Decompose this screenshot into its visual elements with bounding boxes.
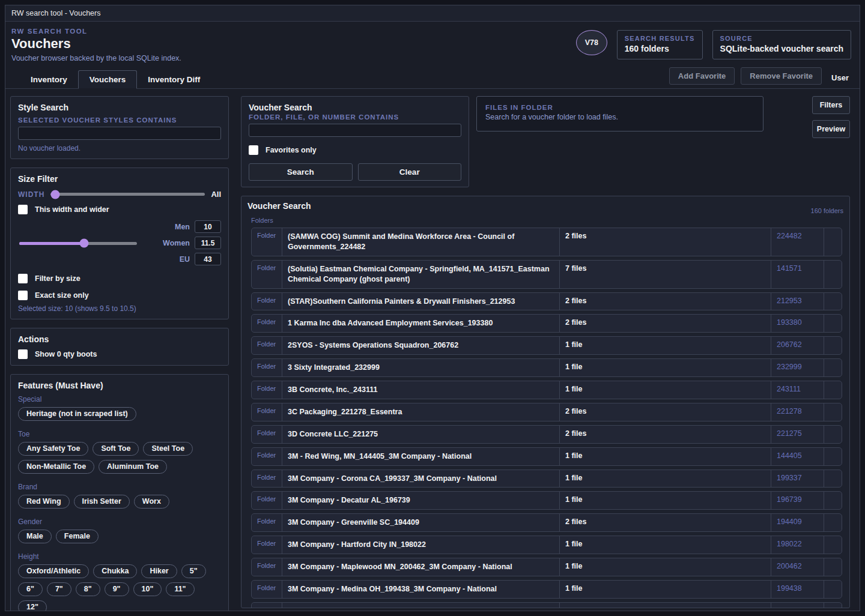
row-folder-name[interactable]: 3C Packaging_221278_Essentra: [282, 403, 560, 421]
voucher-row[interactable]: Folder(Solutia) Eastman Chemical Company…: [251, 260, 842, 289]
remove-favorite-button[interactable]: Remove Favorite: [741, 67, 822, 85]
favorites-only-checkbox[interactable]: [249, 145, 258, 155]
results-group-label: Folders: [251, 217, 843, 224]
preview-button[interactable]: Preview: [812, 120, 850, 138]
filter-by-size-checkbox[interactable]: [18, 274, 28, 283]
feature-chip[interactable]: Worx: [134, 495, 169, 509]
feature-chip[interactable]: Red Wing: [18, 495, 70, 509]
voucher-search-input[interactable]: [249, 124, 461, 137]
tab-inventory[interactable]: Inventory: [20, 71, 78, 88]
add-favorite-button[interactable]: Add Favorite: [669, 67, 735, 85]
voucher-row[interactable]: Folder3M Company - Greenville SC_1944092…: [251, 513, 842, 532]
voucher-row[interactable]: Folder3B Concrete, Inc._2431111 file2431…: [251, 381, 842, 399]
feature-chip[interactable]: 7": [47, 582, 71, 596]
filter-by-size-label: Filter by size: [35, 274, 80, 283]
women-size-field[interactable]: [195, 237, 221, 249]
row-type-label: Folder: [252, 381, 282, 399]
show-zero-qty-checkbox[interactable]: [18, 349, 28, 359]
row-folder-name[interactable]: (STAR)Southern California Painters & Dry…: [282, 293, 560, 310]
row-folder-name[interactable]: 3M Company - Hartford City IN_198022: [282, 536, 560, 554]
voucher-row[interactable]: Folder2SYOS - Systems Operations Squadro…: [251, 336, 842, 355]
voucher-row[interactable]: Folder3M Company - Hartford City IN_1980…: [251, 536, 842, 554]
feature-chip[interactable]: Irish Setter: [74, 495, 130, 509]
feature-chip[interactable]: 5": [181, 564, 206, 578]
row-folder-name[interactable]: 3M - Red Wing, MN_144405_3M Company - Na…: [282, 448, 560, 465]
show-zero-qty-label: Show 0 qty boots: [35, 350, 97, 358]
men-size-field[interactable]: [195, 220, 221, 233]
feature-chip[interactable]: 8": [76, 582, 100, 596]
row-voucher-number: 212953: [771, 293, 824, 310]
row-folder-name[interactable]: 3M Company - Medina OH_199438_3M Company…: [282, 581, 560, 598]
row-trailing-cell: [824, 448, 842, 465]
clear-button[interactable]: Clear: [358, 163, 462, 181]
feature-chip[interactable]: Soft Toe: [93, 442, 139, 456]
feature-chip[interactable]: Non-Metallic Toe: [18, 460, 94, 474]
voucher-row[interactable]: Folder(SAMWA COG) Summit and Medina Work…: [251, 228, 842, 256]
row-type-label: Folder: [252, 293, 282, 310]
row-folder-name[interactable]: 3M Company - Greenville SC_194409: [282, 514, 560, 531]
row-folder-name[interactable]: (SAMWA COG) Summit and Medina Workforce …: [282, 228, 560, 256]
tab-inventory-diff[interactable]: Inventory Diff: [137, 71, 211, 88]
row-file-count: 1 file: [560, 581, 771, 598]
feature-chip[interactable]: Chukka: [93, 564, 137, 578]
row-trailing-cell: [824, 261, 842, 288]
row-trailing-cell: [824, 337, 842, 354]
size-filter-title: Size Filter: [18, 174, 221, 184]
feature-group-label: Brand: [18, 483, 221, 491]
feature-chip[interactable]: 12": [18, 600, 47, 611]
size-slider-thumb[interactable]: [79, 239, 88, 248]
row-folder-name[interactable]: (Solutia) Eastman Chemical Company - Spr…: [282, 261, 560, 288]
row-folder-name[interactable]: 2SYOS - Systems Operations Squadron_2067…: [282, 337, 560, 354]
voucher-row[interactable]: Folder1 Karma Inc dba Advanced Employmen…: [251, 314, 842, 333]
voucher-row[interactable]: Folder3M - Red Wing, MN_144405_3M Compan…: [251, 447, 842, 466]
men-label: Men: [175, 223, 190, 231]
row-folder-name[interactable]: 3M Company - Decatur AL_196739: [282, 492, 560, 509]
search-button[interactable]: Search: [249, 163, 353, 181]
row-type-label: Folder: [252, 492, 282, 509]
files-in-folder-panel: FILES IN FOLDER Search for a voucher fol…: [476, 96, 763, 131]
row-type-label: Folder: [252, 261, 282, 288]
row-folder-name[interactable]: 1 Karma Inc dba Advanced Employment Serv…: [282, 315, 560, 332]
voucher-row[interactable]: Folder3M Company - Maplewood MN_200462_3…: [251, 558, 842, 576]
exact-size-only-checkbox[interactable]: [18, 291, 28, 300]
row-folder-name[interactable]: 3B Concrete, Inc._243111: [282, 381, 560, 399]
row-folder-name[interactable]: 3D Concrete LLC_221275: [282, 426, 560, 443]
row-folder-name[interactable]: 3M Company - Corona CA_199337_3M Company…: [282, 470, 560, 488]
page-subtitle: Voucher browser backed by the local SQLi…: [11, 54, 576, 62]
width-slider[interactable]: [50, 193, 205, 196]
size-slider[interactable]: [19, 242, 137, 245]
feature-chip[interactable]: Any Safety Toe: [18, 442, 88, 456]
content-area: Voucher Search FOLDER, FILE, OR NUMBER C…: [241, 96, 850, 611]
row-file-count: 2 files: [560, 293, 771, 310]
voucher-search-panel: Voucher Search FOLDER, FILE, OR NUMBER C…: [241, 96, 469, 187]
feature-chip[interactable]: 11": [166, 582, 194, 596]
voucher-row[interactable]: Folder3M Company - National_1057271 file…: [251, 602, 842, 608]
width-and-wider-checkbox[interactable]: [18, 205, 28, 214]
voucher-row[interactable]: Folder3C Packaging_221278_Essentra2 file…: [251, 403, 842, 421]
filters-button[interactable]: Filters: [812, 96, 850, 114]
voucher-row[interactable]: Folder3M Company - Decatur AL_1967391 fi…: [251, 491, 842, 510]
voucher-row[interactable]: Folder3D Concrete LLC_2212752 files22127…: [251, 425, 842, 444]
feature-chip[interactable]: Female: [56, 530, 99, 543]
row-folder-name[interactable]: 3M Company - Maplewood MN_200462_3M Comp…: [282, 558, 560, 576]
feature-chip[interactable]: Steel Toe: [143, 442, 193, 456]
feature-chip[interactable]: Heritage (not in scraped list): [18, 407, 136, 421]
style-search-input[interactable]: [18, 127, 221, 140]
feature-chip[interactable]: 9": [105, 582, 129, 596]
voucher-row[interactable]: Folder3 Sixty Integrated_2329991 file232…: [251, 358, 842, 377]
voucher-row[interactable]: Folder3M Company - Medina OH_199438_3M C…: [251, 580, 842, 599]
feature-chip[interactable]: Male: [18, 530, 52, 543]
feature-chip[interactable]: Oxford/Athletic: [18, 564, 89, 578]
row-folder-name[interactable]: 3 Sixty Integrated_232999: [282, 359, 560, 376]
row-folder-name[interactable]: 3M Company - National_105727: [282, 603, 560, 608]
tab-vouchers[interactable]: Vouchers: [78, 70, 138, 89]
feature-chip[interactable]: Aluminum Toe: [99, 460, 167, 474]
eu-size-field[interactable]: [195, 253, 221, 265]
feature-chip[interactable]: 10": [133, 582, 162, 596]
voucher-row[interactable]: Folder3M Company - Corona CA_199337_3M C…: [251, 470, 842, 488]
feature-chip[interactable]: Hiker: [141, 564, 177, 578]
voucher-row[interactable]: Folder(STAR)Southern California Painters…: [251, 292, 842, 311]
feature-chip[interactable]: 6": [18, 582, 43, 596]
width-and-wider-label: This width and wider: [35, 205, 109, 214]
width-slider-thumb[interactable]: [51, 190, 60, 199]
